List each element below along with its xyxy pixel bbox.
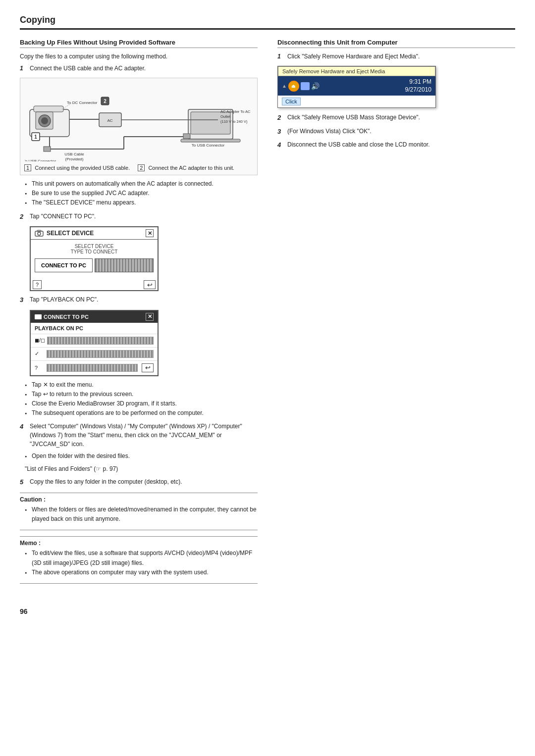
connection-diagram: To DC Connector 2 AC: [20, 78, 258, 175]
bullet-return: Tap ↩ to return to the previous screen.: [25, 390, 258, 399]
dialog-back-btn[interactable]: ↩: [144, 280, 156, 289]
svg-text:AC: AC: [107, 118, 112, 123]
connect-to-pc-dialog: CONNECT TO PC ✕ PLAYBACK ON PC ◼/◻ ✓ ? ↩: [30, 310, 159, 376]
dialog-title2-text: CONNECT TO PC: [44, 314, 89, 320]
svg-text:2: 2: [104, 99, 107, 104]
svg-rect-27: [44, 147, 51, 151]
page-header: Copying: [20, 15, 515, 30]
bullets-after-step4: Open the folder with the desired files.: [20, 452, 258, 461]
step-1-num: 1: [20, 64, 27, 73]
cam-icon-white: [35, 314, 42, 319]
right-step-1-num: 1: [277, 52, 284, 61]
safely-remove-icon[interactable]: ⏏: [288, 81, 299, 92]
dialog-title-area: SELECT DEVICE: [35, 230, 94, 237]
svg-text:To DC Connector: To DC Connector: [67, 101, 98, 105]
taskbar-bar: ▲ ⏏ 🔊 9:31 PM 9/27/2010: [278, 76, 435, 96]
right-step-4-text: Disconnect the USB cable and close the L…: [287, 140, 515, 150]
dialog-help-btn[interactable]: ?: [33, 280, 42, 289]
step-4-text: Select "Computer" (Windows Vista) / "My …: [30, 422, 258, 449]
step-5: 5 Copy the files to any folder in the co…: [20, 477, 258, 487]
connect-to-pc-button[interactable]: CONNECT TO PC: [35, 258, 93, 272]
right-step-2-num: 2: [277, 113, 284, 123]
memo-bullet-2: The above operations on computer may var…: [25, 568, 258, 577]
svg-text:To USB Connector: To USB Connector: [25, 159, 56, 161]
page-number: 96: [20, 607, 28, 615]
row4-pattern: [47, 364, 138, 372]
right-step-2-text: Click "Safely Remove USB Mass Storage De…: [287, 113, 515, 123]
right-column: Disconnecting this Unit from Computer 1 …: [277, 39, 515, 588]
memo-box: Memo : To edit/view the files, use a sof…: [20, 536, 258, 584]
step-5-text: Copy the files to any folder in the comp…: [30, 477, 258, 487]
bullet-open-folder: Open the folder with the desired files.: [25, 452, 258, 461]
caution-bullets: When the folders or files are deleted/mo…: [20, 505, 258, 524]
svg-text:USB Cable: USB Cable: [64, 152, 84, 156]
memo-title: Memo :: [20, 540, 258, 547]
taskbar-time: 9:31 PM: [405, 78, 431, 86]
pc-icon: [301, 82, 310, 90]
right-step-1: 1 Click "Safely Remove Hardware and Ejec…: [277, 52, 515, 61]
svg-rect-30: [183, 134, 190, 139]
svg-rect-12: [181, 139, 240, 142]
svg-text:1: 1: [34, 134, 37, 140]
caution-title: Caution :: [20, 496, 258, 503]
taskbar-icons: ▲ ⏏ 🔊: [282, 81, 320, 92]
diagram-svg: To DC Connector 2 AC: [24, 82, 253, 163]
row4-label: ?: [35, 365, 45, 371]
right-step-3-text: (For Windows Vista) Click "OK".: [287, 127, 515, 137]
dialog-title-text: SELECT DEVICE: [47, 230, 94, 237]
bullet-exit: Tap ✕ to exit the menu.: [25, 380, 258, 390]
svg-text:AC Adapter To AC: AC Adapter To AC: [220, 109, 251, 114]
step-2-num: 2: [20, 212, 27, 222]
row3-pattern: [47, 350, 154, 358]
step-2-text: Tap "CONNECT TO PC".: [30, 212, 258, 222]
bullet-close-program: Close the Everio MediaBrowser 3D program…: [25, 399, 258, 408]
dialog-close-btn[interactable]: ✕: [146, 229, 154, 237]
dialog-body: SELECT DEVICETYPE TO CONNECT CONNECT TO …: [31, 240, 158, 278]
select-device-dialog: SELECT DEVICE ✕ SELECT DEVICETYPE TO CON…: [30, 226, 159, 291]
taskbar-date: 9/27/2010: [405, 86, 431, 94]
bullets-after-diagram: This unit powers on automatically when t…: [20, 179, 258, 208]
camera-icon: [35, 230, 44, 237]
bullet-subsequent: The subsequent operations are to be perf…: [25, 408, 258, 418]
svg-text:To USB Connector: To USB Connector: [192, 143, 225, 148]
diagram-labels: 1 Connect using the provided USB cable. …: [24, 165, 253, 171]
left-column: Backing Up Files Without Using Provided …: [20, 39, 258, 588]
list-ref: "List of Files and Folders" (☞ p. 97): [20, 464, 258, 473]
right-step-3: 3 (For Windows Vista) Click "OK".: [277, 127, 515, 137]
dialog-row-3: ✓: [31, 348, 158, 361]
caution-bullet-1: When the folders or files are deleted/mo…: [25, 505, 258, 524]
dialog-row-4: ? ↩: [31, 361, 158, 375]
right-step-4: 4 Disconnect the USB cable and close the…: [277, 140, 515, 150]
page-title: Copying: [20, 15, 515, 25]
svg-point-32: [38, 232, 41, 235]
dialog-title2-area: CONNECT TO PC: [35, 314, 89, 320]
svg-text:(Provided): (Provided): [65, 157, 84, 161]
caution-box: Caution : When the folders or files are …: [20, 493, 258, 530]
dialog-row-2: ◼/◻: [31, 334, 158, 348]
dialog-footer: ? ↩: [31, 278, 158, 290]
dialog-subtitle: SELECT DEVICETYPE TO CONNECT: [35, 244, 154, 254]
row2-label: ◼/◻: [35, 337, 45, 344]
diagram-label-2: 2 Connect the AC adapter to this unit.: [138, 165, 234, 171]
step-3-text: Tap "PLAYBACK ON PC".: [30, 295, 258, 305]
right-step-4-num: 4: [277, 140, 284, 150]
step-3: 3 Tap "PLAYBACK ON PC".: [20, 295, 258, 305]
memo-bullets: To edit/view the files, use a software t…: [20, 549, 258, 577]
bullet-item: This unit powers on automatically when t…: [25, 179, 258, 189]
taskbar-click-row: Click: [278, 96, 435, 107]
dialog-button-row: CONNECT TO PC: [35, 258, 154, 272]
bullet-item: The "SELECT DEVICE" menu appears.: [25, 198, 258, 207]
left-intro: Copy the files to a computer using the f…: [20, 52, 258, 61]
svg-text:(110 V to 240 V): (110 V to 240 V): [220, 119, 248, 124]
playback-on-pc-row: PLAYBACK ON PC: [31, 323, 158, 334]
dialog2-close-btn[interactable]: ✕: [146, 313, 154, 321]
taskbar-screenshot: Safely Remove Hardware and Eject Media ▲…: [277, 66, 436, 108]
dialog-titlebar: SELECT DEVICE ✕: [31, 227, 158, 240]
row3-label: ✓: [35, 351, 45, 357]
step-1-text: Connect the USB cable and the AC adapter…: [30, 64, 258, 73]
taskbar-time-area: 9:31 PM 9/27/2010: [405, 78, 431, 94]
svg-text:Outlet: Outlet: [220, 114, 231, 119]
volume-icon: 🔊: [311, 82, 320, 90]
dialog-pattern: [95, 258, 154, 272]
dialog2-back-btn[interactable]: ↩: [142, 363, 154, 372]
